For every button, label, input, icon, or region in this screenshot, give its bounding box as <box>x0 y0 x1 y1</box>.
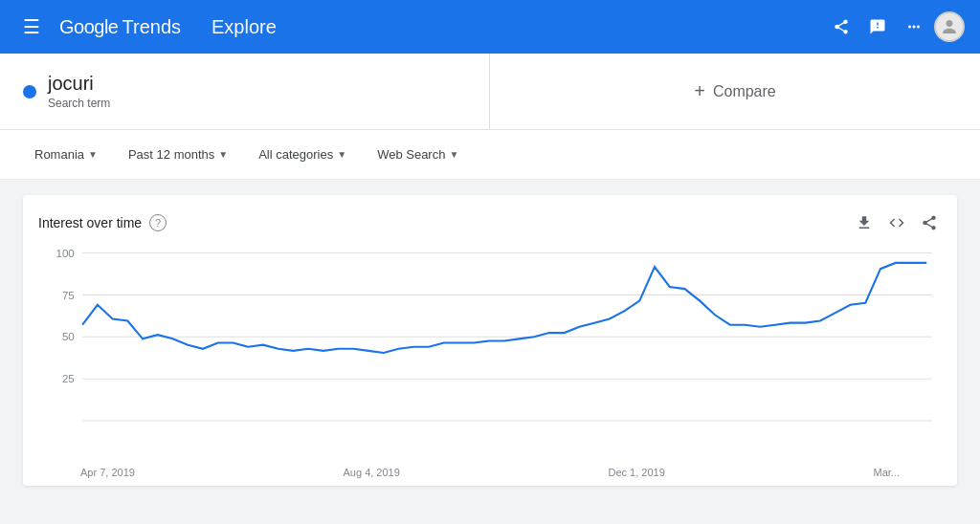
category-filter-label: All categories <box>258 147 333 162</box>
x-label-1: Apr 7, 2019 <box>80 467 135 478</box>
help-icon[interactable]: ? <box>149 214 167 231</box>
chart-section: Interest over time ? <box>23 195 957 486</box>
explore-label: Explore <box>212 16 277 38</box>
location-filter-label: Romania <box>34 147 84 162</box>
svg-text:25: 25 <box>62 373 75 384</box>
apps-button[interactable] <box>898 11 930 43</box>
time-range-filter-label: Past 12 months <box>128 147 214 162</box>
chart-header: Interest over time ? <box>38 210 942 235</box>
category-chevron-icon: ▼ <box>337 149 346 160</box>
compare-button[interactable]: + Compare <box>490 54 980 129</box>
x-label-3: Dec 1, 2019 <box>609 467 665 478</box>
location-filter[interactable]: Romania ▼ <box>23 142 109 167</box>
search-term-value: jocuri <box>48 73 110 95</box>
download-button[interactable] <box>852 210 877 235</box>
chart-actions <box>852 210 942 235</box>
x-label-4: Mar... <box>873 467 900 478</box>
search-type-filter[interactable]: Web Search ▼ <box>366 142 470 167</box>
chart-container: 100 75 50 25 <box>38 243 942 463</box>
google-logo-text: Google <box>59 16 119 38</box>
chart-svg: 100 75 50 25 <box>38 243 942 463</box>
category-filter[interactable]: All categories ▼ <box>247 142 358 167</box>
svg-text:75: 75 <box>62 290 75 301</box>
embed-button[interactable] <box>884 210 909 235</box>
search-term-info: jocuri Search term <box>48 73 110 110</box>
search-type-chevron-icon: ▼ <box>449 149 458 160</box>
feedback-button[interactable] <box>861 11 894 43</box>
search-area: jocuri Search term + Compare <box>0 54 980 130</box>
user-avatar[interactable] <box>934 11 965 42</box>
svg-text:100: 100 <box>56 248 75 259</box>
x-label-2: Aug 4, 2019 <box>344 467 400 478</box>
location-chevron-icon: ▼ <box>88 149 98 160</box>
search-term-box: jocuri Search term <box>0 54 490 129</box>
time-range-filter[interactable]: Past 12 months ▼ <box>117 142 239 167</box>
chart-title-area: Interest over time ? <box>38 214 167 231</box>
svg-text:50: 50 <box>62 331 75 342</box>
trends-logo-text: Trends <box>122 16 182 38</box>
time-range-chevron-icon: ▼ <box>218 149 228 160</box>
chart-title: Interest over time <box>38 215 142 230</box>
filter-bar: Romania ▼ Past 12 months ▼ All categorie… <box>0 130 980 180</box>
app-header: ☰ Google Trends Explore <box>0 0 980 54</box>
google-trends-logo: Google Trends <box>59 16 181 38</box>
search-type-filter-label: Web Search <box>377 147 445 162</box>
compare-plus-icon: + <box>694 80 705 102</box>
share-chart-button[interactable] <box>917 210 942 235</box>
search-term-dot <box>23 85 36 98</box>
help-question-mark: ? <box>155 217 161 229</box>
header-actions <box>825 11 965 43</box>
share-button[interactable] <box>825 11 858 43</box>
compare-label: Compare <box>713 83 776 100</box>
x-axis-labels: Apr 7, 2019 Aug 4, 2019 Dec 1, 2019 Mar.… <box>38 463 942 478</box>
search-term-type: Search term <box>48 97 110 110</box>
hamburger-menu-icon[interactable]: ☰ <box>15 8 48 46</box>
